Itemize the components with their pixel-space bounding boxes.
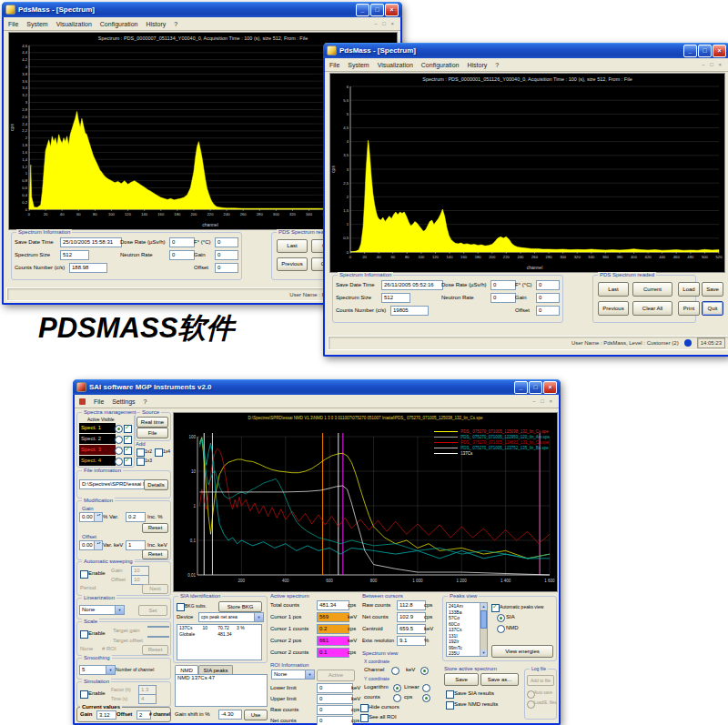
print-button[interactable]: Print [678,301,700,316]
menu-configuration[interactable]: Configuration [421,62,460,68]
peaks-list-item[interactable]: 238U [447,657,487,658]
nmd-radio[interactable] [497,625,505,633]
menu-configuration[interactable]: Configuration [100,21,138,27]
spectrum-size-field[interactable]: 512 [60,250,89,260]
file-button[interactable]: File [136,428,168,438]
dose-rate-field[interactable]: 0 [169,237,195,247]
roi-dropdown[interactable]: None [271,670,315,680]
close-button[interactable]: × [543,381,557,394]
peaks-listbox[interactable]: 241Am133Ba57Co60Co137Cs131I192Ir99mTc235… [446,602,488,657]
current-button[interactable]: Current [632,282,672,297]
maximize-button[interactable]: □ [698,45,712,57]
counts-number-field[interactable]: 19805 [390,306,429,316]
scale-enable-checkbox[interactable] [80,630,88,639]
offset-reset-button[interactable]: Reset [142,549,168,559]
counts-number-field[interactable]: 188.98 [69,263,107,273]
counts-radio[interactable] [393,694,401,702]
spect-4-visible-checkbox[interactable] [124,458,132,466]
add-to-file-button[interactable]: Add to file [527,675,554,686]
minimize-button[interactable]: _ [514,381,528,394]
maximize-button[interactable]: □ [370,4,384,16]
scale-reset-button[interactable]: Reset [142,645,168,655]
spect-2-visible-checkbox[interactable] [124,436,132,444]
last-button[interactable]: Last [598,282,629,297]
mdi-window-controls[interactable]: – □ × [702,62,723,67]
menu-visualization[interactable]: Visualization [56,21,92,27]
store-save-as-button[interactable]: Save as... [480,673,519,686]
lower-limit-field[interactable]: 0 [317,683,353,693]
upper-limit-field[interactable]: 0 [317,694,353,704]
gain-inc-field[interactable]: 0.2 [126,512,146,522]
menu-help[interactable]: ? [144,398,147,405]
set-button[interactable]: Set [138,605,167,616]
minimize-button[interactable]: _ [683,45,697,57]
maximize-button[interactable]: □ [529,381,542,394]
view-energies-button[interactable]: View energies [491,645,553,658]
previous-button[interactable]: Previous [598,301,629,316]
dose-rate-field[interactable]: 0 [490,280,516,290]
menu-system[interactable]: System [348,62,369,68]
menu-help[interactable]: ? [495,62,499,68]
save-sia-results-checkbox[interactable] [446,690,454,699]
linearization-dropdown[interactable]: None [79,605,125,615]
gain-spinner[interactable]: 0.00 [79,512,103,522]
add-1x4-checkbox[interactable] [155,448,163,457]
load-button[interactable]: Load [678,282,700,297]
menu-help[interactable]: ? [174,21,177,27]
real-time-button[interactable]: Real time [136,417,168,428]
sia-results-list[interactable]: 137Cs 10 70.72 3 % Globale 481.34 [177,624,262,660]
offset-spinner[interactable]: 0.00 [79,540,103,550]
add-1x3-checkbox[interactable] [136,458,145,466]
automatic-peaks-checkbox[interactable] [491,604,500,612]
menu-history[interactable]: History [146,21,166,27]
see-all-roi-checkbox[interactable] [360,714,369,722]
menu-file[interactable]: File [8,21,18,27]
offset-field[interactable]: 0 [536,306,560,316]
spect-2-active-radio[interactable] [115,436,123,444]
close-button[interactable]: × [713,45,726,57]
titlebar[interactable]: SAI software MGP Instruments v2.0 _ □ × [73,379,561,395]
gain-shift-field[interactable]: -4.30 [218,710,242,720]
temp-field[interactable]: 0 [536,280,560,290]
menu-history[interactable]: History [467,62,487,68]
spect-1-active-radio[interactable] [115,425,123,433]
clear-all-button[interactable]: Clear All [632,301,672,316]
sim-time-field[interactable]: 4 [138,694,157,704]
menu-file[interactable]: File [329,62,339,68]
target-offset-field[interactable] [147,636,169,638]
gain-field[interactable]: 0 [536,293,560,303]
kev-radio[interactable] [420,667,429,675]
mdi-window-controls[interactable]: – □ × [374,21,396,26]
previous-button[interactable]: Previous [277,257,308,271]
save-date-time-field[interactable]: 25/10/2005 15:58:31 [60,237,122,247]
offset-field[interactable]: 0 [215,263,238,273]
multi-spectrum-chart[interactable]: D:\Spectres\SPRD\essai NMD V1.3\NMD 1 3 … [173,412,558,592]
spect-1-visible-checkbox[interactable] [124,425,132,433]
smoothing-dropdown[interactable]: 5 [79,665,116,675]
neutron-rate-field[interactable]: 0 [490,293,516,303]
store-bkg-button[interactable]: Store BKG [218,601,262,612]
file-path-field[interactable]: D:\Spectres\SPRD\essai N [79,479,145,489]
spectrum-chart[interactable]: Spectrum : PDS_0000001_051126_Y00040_0, … [329,73,725,273]
menu-settings[interactable]: Settings [112,398,135,405]
last-button[interactable]: Last [277,239,308,253]
gain-reset-button[interactable]: Reset [142,523,168,533]
save-date-time-field[interactable]: 26/11/2005 05:52:16 [381,280,443,290]
close-button[interactable]: × [385,4,399,16]
device-dropdown[interactable]: cps peak net area [198,612,264,622]
linear-radio[interactable] [422,684,430,692]
scrollbar[interactable] [480,603,487,656]
roi-active-button[interactable]: Active [317,670,355,681]
cps-radio[interactable] [422,694,430,702]
sia-radio[interactable] [497,614,505,622]
target-gain-field[interactable] [147,626,169,628]
use-button[interactable]: Use [244,710,268,720]
minimize-button[interactable]: _ [356,4,369,16]
titlebar[interactable]: PdsMass - [Spectrum] _ □ × [323,43,728,58]
menu-system[interactable]: System [26,21,47,27]
save-nmd-results-checkbox[interactable] [446,701,454,710]
hide-cursors-checkbox[interactable] [360,704,369,712]
spect-4-active-radio[interactable] [115,458,123,466]
spect-3-active-radio[interactable] [115,447,123,455]
bkg-subs-checkbox[interactable] [177,603,185,611]
